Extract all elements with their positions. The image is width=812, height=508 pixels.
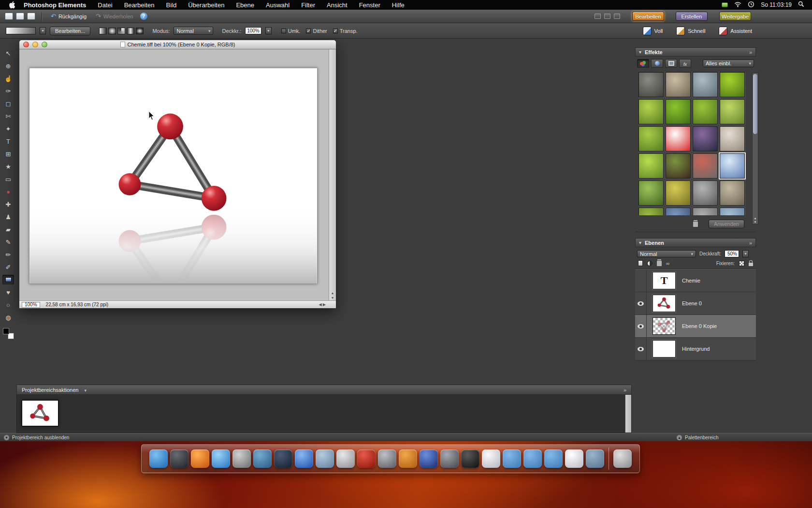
tool-eyedropper[interactable]: ✑	[2, 86, 14, 96]
opacity-input[interactable]: 100%	[245, 27, 261, 34]
scroll-down-icon[interactable]	[753, 221, 758, 224]
effect-thumbnail-12[interactable]	[720, 126, 745, 151]
dock-icon-iphoto[interactable]	[232, 449, 251, 468]
effects-category-filters-button[interactable]	[637, 59, 649, 68]
tab-erstellen[interactable]: Erstellen	[676, 12, 708, 21]
dock-icon-itunes[interactable]	[212, 449, 230, 468]
tool-marquee[interactable]: ◻	[2, 99, 14, 108]
save-document-icon[interactable]	[27, 13, 35, 20]
effect-thumbnail-7[interactable]	[693, 99, 718, 124]
effect-thumbnail-20[interactable]	[720, 180, 745, 206]
close-button[interactable]	[23, 42, 29, 47]
tool-smart-brush[interactable]: ✐	[2, 262, 14, 272]
project-bin-dropdown-icon[interactable]	[84, 387, 87, 393]
zoom-button[interactable]	[42, 42, 47, 47]
tool-move[interactable]: ↖	[2, 48, 14, 58]
adjustment-layer-icon[interactable]	[647, 261, 652, 266]
dock-icon-unity[interactable]	[461, 449, 479, 468]
checkbox-box[interactable]	[306, 29, 311, 33]
blend-mode-select[interactable]: Normal	[174, 27, 213, 35]
dock-icon-dashboard[interactable]	[170, 449, 188, 468]
effect-thumbnail-15[interactable]	[693, 153, 718, 179]
wifi-icon[interactable]	[734, 1, 741, 9]
horizontal-scroll-arrows[interactable]	[319, 302, 334, 307]
dock-icon-folder-documents[interactable]	[523, 449, 542, 468]
layer-row-chemie[interactable]: TChemie	[635, 269, 756, 292]
project-bin-scrollbar[interactable]	[625, 395, 631, 433]
menu-hilfe[interactable]: Hilfe	[392, 1, 405, 9]
tool-red-eye[interactable]: ●	[2, 187, 14, 196]
dock-icon-network-globe[interactable]	[399, 449, 417, 468]
tool-clone-stamp[interactable]: ♟	[2, 212, 14, 222]
effect-thumbnail-16[interactable]	[720, 153, 745, 179]
dock-icon-system-preferences[interactable]	[378, 449, 396, 468]
layers-panel-menu-icon[interactable]	[749, 240, 752, 246]
dock-icon-folder-applications[interactable]	[503, 449, 521, 468]
effect-thumbnail-9[interactable]	[638, 126, 664, 151]
tool-cookie-cutter[interactable]: ★	[2, 162, 14, 171]
layer-row-ebene-0-kopie[interactable]: Ebene 0 Kopie	[635, 315, 756, 338]
gradient-type-angle-icon[interactable]	[117, 28, 125, 34]
app-menu[interactable]: Photoshop Elements	[24, 1, 86, 9]
hide-bin-icon[interactable]: ▼	[4, 435, 9, 440]
dock-icon-folder-downloads[interactable]	[544, 449, 563, 468]
layer-row-hintergrund[interactable]: Hintergrund	[635, 338, 756, 360]
undo-button[interactable]: ↶ Rückgängig	[48, 13, 89, 20]
tool-hand[interactable]: ☝	[2, 74, 14, 83]
gradient-preview-swatch[interactable]	[6, 27, 36, 34]
effect-thumbnail-11[interactable]	[693, 126, 718, 151]
effect-thumbnail-13[interactable]	[638, 153, 664, 179]
tool-pencil[interactable]: ✏	[2, 250, 14, 259]
effect-thumbnail-14[interactable]	[666, 153, 691, 179]
effect-thumbnail-24[interactable]	[720, 208, 745, 215]
edit-mode-schnell[interactable]: Schnell	[676, 27, 705, 35]
menu-ebene[interactable]: Ebene	[236, 1, 254, 9]
menu-bearbeiten[interactable]: Bearbeiten	[124, 1, 155, 9]
dock-icon-firefox[interactable]	[191, 449, 209, 468]
tool-brush[interactable]: ✎	[2, 237, 14, 247]
tab-weitergabe[interactable]: Weitergabe	[719, 12, 751, 21]
time-machine-icon[interactable]	[748, 1, 754, 9]
effects-panel-menu-icon[interactable]	[749, 49, 752, 55]
tool-sponge[interactable]: ◍	[2, 313, 14, 322]
vertical-scrollbar[interactable]	[329, 49, 336, 300]
dock-icon-textedit[interactable]	[565, 449, 583, 468]
open-document-thumbnail[interactable]	[22, 400, 58, 426]
dock-icon-dvd-player[interactable]	[357, 449, 376, 468]
effect-thumbnail-8[interactable]	[720, 99, 745, 124]
new-document-icon[interactable]	[5, 13, 13, 20]
opacity-stepper[interactable]	[265, 27, 272, 34]
apply-button[interactable]: Anwenden	[709, 220, 744, 228]
dock-icon-mail[interactable]	[316, 449, 334, 468]
checkbox-box[interactable]	[333, 29, 338, 33]
checkbox-box[interactable]	[281, 29, 286, 33]
layer-row-ebene-0[interactable]: Ebene 0	[635, 292, 756, 315]
link-layers-icon[interactable]	[666, 261, 669, 266]
dock-icon-finder[interactable]	[149, 449, 168, 468]
open-document-icon[interactable]	[16, 13, 24, 20]
lock-all-icon[interactable]	[749, 263, 753, 266]
layers-opacity-input[interactable]: 50%	[725, 250, 739, 257]
tool-zoom[interactable]: ⊕	[2, 61, 14, 71]
layer-visibility-cell[interactable]	[635, 315, 647, 337]
effect-thumbnail-5[interactable]	[638, 99, 664, 124]
tool-shape[interactable]: ♥	[2, 287, 14, 297]
dock-icon-white-app[interactable]	[482, 449, 500, 468]
effect-thumbnail-19[interactable]	[693, 180, 718, 206]
gradient-edit-button[interactable]: Bearbeiten...	[50, 27, 90, 35]
effects-category-all-button[interactable]	[679, 59, 691, 68]
effects-filter-select[interactable]: Alles einbl.	[703, 60, 754, 67]
arrange-single-icon[interactable]	[614, 14, 620, 19]
menu-datei[interactable]: Datei	[98, 1, 112, 9]
tool-lasso[interactable]: ✄	[2, 111, 14, 121]
dock-icon-mail-dark[interactable]	[274, 449, 292, 468]
gradient-type-linear-icon[interactable]	[99, 28, 107, 34]
effects-panel-header[interactable]: Effekte	[635, 47, 756, 57]
delete-layer-icon[interactable]	[657, 261, 662, 266]
palette-bin-toggle[interactable]: ▲ Palettenbereich	[677, 435, 719, 440]
tool-gradient[interactable]	[2, 275, 14, 284]
dock-icon-design-tool[interactable]	[336, 449, 355, 468]
tool-type[interactable]: T	[2, 136, 14, 146]
layers-opacity-stepper[interactable]	[742, 250, 749, 257]
tool-healing-brush[interactable]: ✚	[2, 199, 14, 209]
